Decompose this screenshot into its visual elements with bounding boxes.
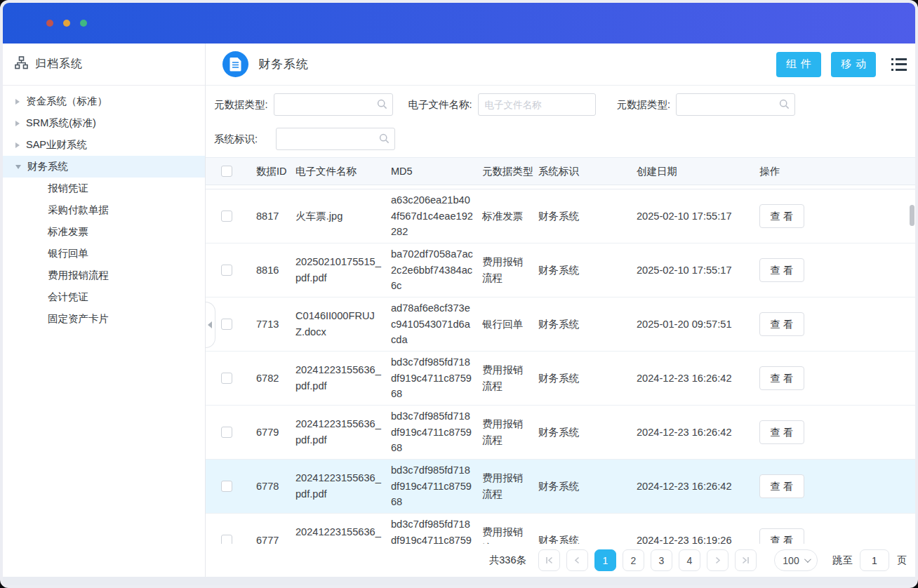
table-row: 677920241223155636_pdf.pdfbd3c7df985fd71… <box>206 406 915 460</box>
column-header-date: 创建日期 <box>637 165 759 178</box>
cell-md5: bd3c7df985fd718df919c4711c875968 <box>391 462 482 510</box>
cell-data-id: 7713 <box>256 319 295 330</box>
file-name-filter-input[interactable] <box>478 93 596 116</box>
cell-md5: ad78af6e8cf373ec9410543071d6acda <box>391 300 482 348</box>
view-button[interactable]: 查 看 <box>759 204 804 228</box>
window-titlebar <box>3 3 915 44</box>
cell-file-name: 20241223155636_pdf.pdf <box>295 362 391 394</box>
main-header: 财务系统 组件 移动 <box>206 44 915 86</box>
move-button[interactable]: 移动 <box>831 52 876 77</box>
chevron-down-icon[interactable] <box>15 165 21 169</box>
row-checkbox[interactable] <box>221 373 232 384</box>
chevron-right-icon[interactable] <box>15 142 20 148</box>
cell-md5: bd3c7df985fd718df919c4711c875968 <box>391 354 482 402</box>
cell-system-id: 财务系统 <box>538 264 637 277</box>
first-page-button[interactable] <box>538 549 560 571</box>
view-button[interactable]: 查 看 <box>759 258 804 282</box>
metadata-type-filter-input-2[interactable] <box>676 93 795 116</box>
view-button[interactable]: 查 看 <box>759 366 804 390</box>
app-window: 归档系统 资金系统（标准）SRM系统(标准)SAP业财系统财务系统报销凭证采购付… <box>0 0 918 588</box>
system-id-filter-label: 系统标识: <box>214 133 270 146</box>
page-button-1[interactable]: 1 <box>594 549 616 571</box>
document-badge-icon <box>222 51 248 77</box>
cell-created-date: 2024-12-23 16:26:42 <box>637 373 759 384</box>
chevron-right-icon[interactable] <box>15 99 20 105</box>
sidebar-subitem[interactable]: 会计凭证 <box>3 286 205 308</box>
cell-created-date: 2025-02-10 17:55:17 <box>637 265 759 276</box>
sidebar-item-3[interactable]: SAP业财系统 <box>3 134 205 156</box>
vertical-scrollbar-thumb[interactable] <box>910 205 914 226</box>
page-button-2[interactable]: 2 <box>623 549 644 571</box>
view-button[interactable]: 查 看 <box>759 312 804 336</box>
minimize-window-dot[interactable] <box>63 20 70 27</box>
cell-md5: bd3c7df985fd718df919c4711c875968 <box>391 408 482 456</box>
system-id-filter-input[interactable] <box>276 128 395 150</box>
column-header-file: 电子文件名称 <box>295 165 391 178</box>
cell-file-name: 火车票.jpg <box>295 208 391 225</box>
sidebar-subitem[interactable]: 银行回单 <box>3 243 205 265</box>
sidebar-item-2[interactable]: SRM系统(标准) <box>3 112 205 134</box>
table-header: 数据ID 电子文件名称 MD5 元数据类型 系统标识 创建日期 操作 <box>206 157 915 185</box>
page-size-select[interactable]: 100 <box>774 549 818 571</box>
close-window-dot[interactable] <box>46 20 53 27</box>
page-button-4[interactable]: 4 <box>679 549 700 571</box>
column-header-type: 元数据类型 <box>482 165 538 178</box>
cell-md5: a63c206ea21b404f567d1c4eae192282 <box>391 192 482 240</box>
total-count: 共336条 <box>489 554 526 567</box>
chevron-down-icon <box>804 556 811 563</box>
sidebar-title: 归档系统 <box>35 57 83 72</box>
window-bottom-edge <box>3 577 915 585</box>
sidebar-subitem[interactable]: 费用报销流程 <box>3 265 205 286</box>
view-button[interactable]: 查 看 <box>759 474 804 498</box>
row-checkbox[interactable] <box>221 319 232 330</box>
column-header-actions: 操作 <box>759 165 915 178</box>
table-row: 881620250210175515_pdf.pdfba702df7058a7a… <box>206 243 915 298</box>
cell-metadata-type: 银行回单 <box>482 316 538 333</box>
previous-page-button[interactable] <box>566 549 588 571</box>
sidebar-item-label: 财务系统 <box>27 160 68 173</box>
metadata-type-filter-input[interactable] <box>274 93 393 116</box>
row-checkbox[interactable] <box>221 265 232 276</box>
jump-to-page-input[interactable] <box>860 549 889 571</box>
column-header-system: 系统标识 <box>538 165 637 178</box>
search-icon <box>377 99 387 112</box>
view-button[interactable]: 查 看 <box>759 420 804 444</box>
sidebar-item-label: SAP业财系统 <box>26 138 87 152</box>
table-row: 678220241223155636_pdf.pdfbd3c7df985fd71… <box>206 352 915 406</box>
page-button-3[interactable]: 3 <box>651 549 672 571</box>
last-page-button[interactable] <box>735 549 757 571</box>
file-name-filter-label: 电子文件名称: <box>408 98 472 112</box>
table-body: 8817火车票.jpga63c206ea21b404f567d1c4eae192… <box>206 189 915 577</box>
sidebar: 归档系统 资金系统（标准）SRM系统(标准)SAP业财系统财务系统报销凭证采购付… <box>3 44 206 577</box>
sidebar-item-4[interactable]: 财务系统 <box>3 156 205 178</box>
next-page-button[interactable] <box>707 549 729 571</box>
cell-data-id: 6779 <box>256 427 295 438</box>
component-button[interactable]: 组件 <box>776 52 821 77</box>
system-tree: 资金系统（标准）SRM系统(标准)SAP业财系统财务系统报销凭证采购付款单据标准… <box>3 86 205 330</box>
cell-file-name: 20241223155636_pdf.pdf <box>295 416 391 448</box>
column-header-id: 数据ID <box>256 165 295 178</box>
sidebar-subitem[interactable]: 采购付款单据 <box>3 199 205 221</box>
chevron-right-icon[interactable] <box>15 121 20 126</box>
sidebar-subitem[interactable]: 标准发票 <box>3 221 205 243</box>
cell-system-id: 财务系统 <box>538 210 637 223</box>
row-checkbox[interactable] <box>221 211 232 222</box>
pagination-bar: 共336条 1234 100 跳至 <box>206 544 915 577</box>
sidebar-header: 归档系统 <box>3 44 205 86</box>
sidebar-item-label: SRM系统(标准) <box>26 116 96 130</box>
page-title: 财务系统 <box>258 56 766 72</box>
list-view-icon[interactable] <box>891 58 907 71</box>
search-icon <box>779 99 790 112</box>
sidebar-subitem[interactable]: 报销凭证 <box>3 178 205 199</box>
cell-md5: ba702df7058a7ac2c2e6bbf74384ac6c <box>391 246 482 294</box>
row-checkbox[interactable] <box>221 481 232 492</box>
sidebar-collapse-handle[interactable] <box>206 302 215 348</box>
column-header-md5: MD5 <box>391 166 482 177</box>
maximize-window-dot[interactable] <box>80 20 87 27</box>
sidebar-item-1[interactable]: 资金系统（标准） <box>3 91 205 112</box>
cell-created-date: 2025-02-10 17:55:17 <box>637 211 759 222</box>
select-all-checkbox[interactable] <box>221 166 232 177</box>
cell-metadata-type: 费用报销流程 <box>482 362 538 394</box>
sidebar-subitem[interactable]: 固定资产卡片 <box>3 308 205 330</box>
row-checkbox[interactable] <box>221 427 232 438</box>
